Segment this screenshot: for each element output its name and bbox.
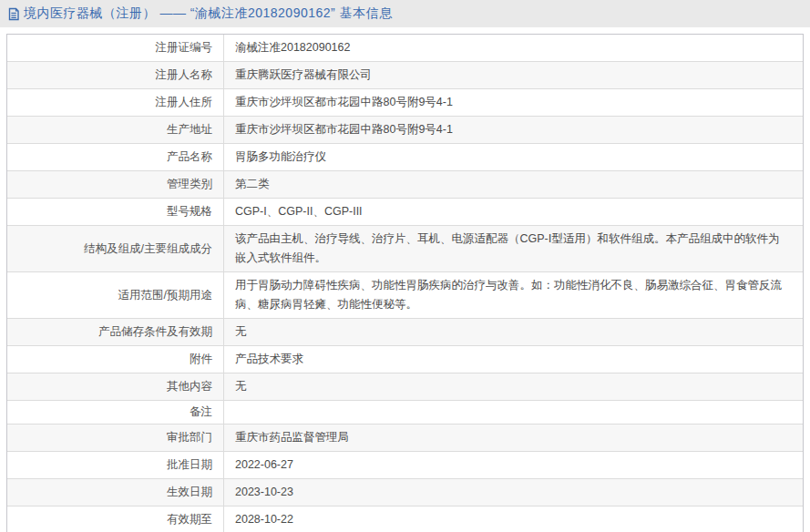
page-header: 境内医疗器械（注册） —— “渝械注准20182090162” 基本信息 — [0, 0, 810, 27]
row-label: 附件 — [7, 346, 224, 373]
row-value: 2022-06-27 — [224, 452, 803, 478]
row-label: 产品储存条件及有效期 — [7, 319, 224, 345]
row-value: 2023-10-23 — [224, 479, 803, 506]
document-icon — [7, 7, 20, 21]
row-value: CGP-I、CGP-II、CGP-III — [224, 199, 803, 225]
table-row: 批准日期2022-06-27 — [7, 451, 803, 478]
row-label: 管理类别 — [7, 171, 224, 198]
row-label: 备注 — [7, 401, 224, 424]
row-label: 注册人住所 — [7, 89, 224, 116]
table-row: 管理类别第二类 — [7, 170, 803, 198]
table-row: 生效日期2023-10-23 — [7, 478, 803, 506]
registration-info-table: 注册证编号渝械注准20182090162 注册人名称重庆腾跃医疗器械有限公司 注… — [6, 34, 804, 532]
table-row: 产品名称胃肠多功能治疗仪 — [7, 143, 803, 170]
table-row: 附件产品技术要求 — [7, 345, 803, 373]
row-label: 有效期至 — [7, 506, 224, 532]
row-value: 渝械注准20182090162 — [224, 35, 803, 61]
table-row: 审批部门重庆市药品监督管理局 — [7, 424, 803, 451]
row-value: 重庆腾跃医疗器械有限公司 — [224, 62, 803, 88]
row-label: 型号规格 — [7, 199, 224, 225]
table-row: 型号规格CGP-I、CGP-II、CGP-III — [7, 198, 803, 225]
table-row: 注册证编号渝械注准20182090162 — [7, 35, 803, 61]
row-value: 胃肠多功能治疗仪 — [224, 144, 803, 170]
row-value: 重庆市药品监督管理局 — [224, 425, 803, 451]
row-label: 适用范围/预期用途 — [7, 272, 224, 318]
row-label: 审批部门 — [7, 425, 224, 451]
row-label: 生效日期 — [7, 479, 224, 506]
row-value: 用于胃肠动力障碍性疾病、功能性胃肠疾病的治疗与改善。如：功能性消化不良、肠易激综… — [224, 272, 803, 318]
table-row: 结构及组成/主要组成成分该产品由主机、治疗导线、治疗片、耳机、电源适配器（CGP… — [7, 225, 803, 271]
table-row: 备注 — [7, 400, 803, 424]
row-value: 该产品由主机、治疗导线、治疗片、耳机、电源适配器（CGP-Ⅰ型适用）和软件组成。… — [224, 226, 803, 271]
row-value: 重庆市沙坪坝区都市花园中路80号附9号4-1 — [224, 89, 803, 116]
row-label: 其他内容 — [7, 373, 224, 400]
row-value: 重庆市沙坪坝区都市花园中路80号附9号4-1 — [224, 117, 803, 143]
row-label: 结构及组成/主要组成成分 — [7, 226, 224, 271]
table-row: 其他内容无 — [7, 373, 803, 400]
row-value: 第二类 — [224, 171, 803, 198]
row-label: 注册人名称 — [7, 62, 224, 88]
table-row: 适用范围/预期用途用于胃肠动力障碍性疾病、功能性胃肠疾病的治疗与改善。如：功能性… — [7, 271, 803, 318]
row-label: 注册证编号 — [7, 35, 224, 61]
row-value — [224, 401, 803, 424]
table-row: 有效期至2028-10-22 — [7, 506, 803, 532]
row-label: 生产地址 — [7, 117, 224, 143]
row-value: 2028-10-22 — [224, 506, 803, 532]
page-title: 境内医疗器械（注册） —— “渝械注准20182090162” 基本信息 — [24, 5, 393, 22]
table-row: 注册人名称重庆腾跃医疗器械有限公司 — [7, 61, 803, 88]
row-value: 产品技术要求 — [224, 346, 803, 373]
row-label: 批准日期 — [7, 452, 224, 478]
row-label: 产品名称 — [7, 144, 224, 170]
table-row: 产品储存条件及有效期无 — [7, 318, 803, 345]
row-value: 无 — [224, 373, 803, 400]
row-value: 无 — [224, 319, 803, 345]
table-row: 注册人住所重庆市沙坪坝区都市花园中路80号附9号4-1 — [7, 88, 803, 116]
table-row: 生产地址重庆市沙坪坝区都市花园中路80号附9号4-1 — [7, 116, 803, 143]
